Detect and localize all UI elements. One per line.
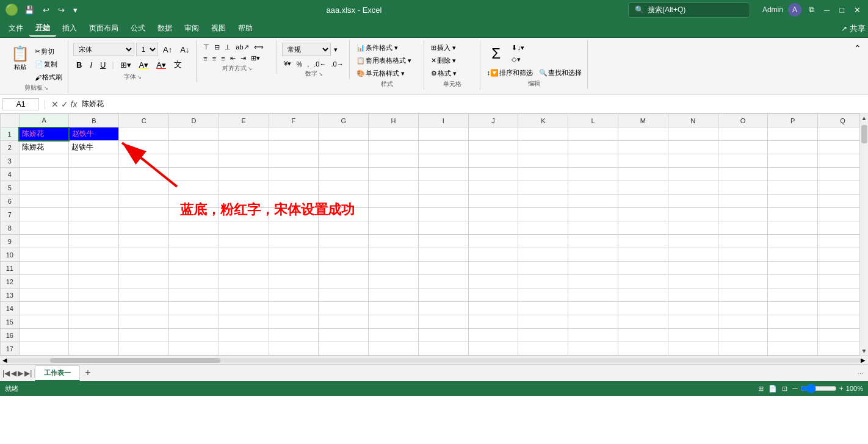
cell-N7[interactable]	[668, 208, 718, 221]
cell-M15[interactable]	[618, 315, 668, 329]
cell-A3[interactable]	[19, 154, 69, 168]
cell-B7[interactable]	[69, 208, 119, 221]
col-header-O[interactable]: O	[718, 114, 768, 127]
zoom-level[interactable]: 100%	[846, 385, 863, 392]
cell-K8[interactable]	[518, 221, 568, 235]
col-header-M[interactable]: M	[618, 114, 668, 127]
cell-H16[interactable]	[369, 329, 419, 342]
cell-P17[interactable]	[768, 342, 818, 356]
corner-cell[interactable]	[1, 114, 20, 127]
cell-G15[interactable]	[319, 315, 369, 329]
cell-I10[interactable]	[418, 248, 468, 262]
cell-J17[interactable]	[468, 342, 518, 356]
cell-B9[interactable]	[69, 235, 119, 248]
cell-H3[interactable]	[369, 154, 419, 168]
cell-P3[interactable]	[768, 154, 818, 168]
cell-C15[interactable]	[119, 315, 169, 329]
cell-G9[interactable]	[319, 235, 369, 248]
align-middle-button[interactable]: ⊟	[212, 43, 222, 52]
cell-N1[interactable]	[668, 127, 718, 141]
cell-L8[interactable]	[568, 221, 618, 235]
row-num-15[interactable]: 15	[1, 315, 20, 329]
cell-O10[interactable]	[718, 248, 768, 262]
col-header-I[interactable]: I	[418, 114, 468, 127]
cell-O4[interactable]	[718, 168, 768, 181]
cell-I1[interactable]	[418, 127, 468, 141]
clear-button[interactable]: ◇▾	[510, 55, 527, 64]
cell-D15[interactable]	[169, 315, 219, 329]
zoom-out-button[interactable]: ─	[792, 384, 798, 393]
row-num-4[interactable]: 4	[1, 168, 20, 181]
cell-H17[interactable]	[369, 342, 419, 356]
cell-B4[interactable]	[69, 168, 119, 181]
cell-N16[interactable]	[668, 329, 718, 342]
cell-reference-input[interactable]	[2, 98, 39, 110]
cell-L9[interactable]	[568, 235, 618, 248]
cell-B10[interactable]	[69, 248, 119, 262]
row-num-14[interactable]: 14	[1, 302, 20, 315]
add-sheet-button[interactable]: +	[81, 367, 94, 378]
cell-G6[interactable]	[319, 195, 369, 208]
cell-M14[interactable]	[618, 302, 668, 315]
search-box[interactable]: 🔍 搜索(Alt+Q)	[628, 2, 750, 18]
row-num-11[interactable]: 11	[1, 262, 20, 275]
cell-L1[interactable]	[568, 127, 618, 141]
cell-J15[interactable]	[468, 315, 518, 329]
cell-A15[interactable]	[19, 315, 69, 329]
scroll-thumb[interactable]	[861, 125, 867, 143]
scroll-thumb-h[interactable]	[50, 358, 221, 363]
font-color-button[interactable]: A▾	[153, 59, 169, 71]
menu-help[interactable]: 帮助	[232, 21, 259, 36]
cell-N12[interactable]	[668, 275, 718, 288]
cell-J16[interactable]	[468, 329, 518, 342]
menu-layout[interactable]: 页面布局	[83, 21, 125, 36]
wrap-text-button[interactable]: ⟺	[252, 43, 266, 52]
cell-D5[interactable]	[169, 181, 219, 195]
cell-B16[interactable]	[69, 329, 119, 342]
merge-center-button[interactable]: ⊞▾	[249, 54, 262, 63]
menu-review[interactable]: 审阅	[178, 21, 205, 36]
share-button[interactable]: 共享	[850, 23, 866, 34]
cell-L3[interactable]	[568, 154, 618, 168]
cell-H5[interactable]	[369, 181, 419, 195]
sort-filter-button[interactable]: ↕🔽 排序和筛选	[485, 68, 535, 78]
cell-G12[interactable]	[319, 275, 369, 288]
row-num-10[interactable]: 10	[1, 248, 20, 262]
sheet-scroll-last[interactable]: ▶|	[24, 369, 32, 378]
row-num-12[interactable]: 12	[1, 275, 20, 288]
cell-G16[interactable]	[319, 329, 369, 342]
cell-L11[interactable]	[568, 262, 618, 275]
underline-button[interactable]: U	[97, 59, 109, 71]
cell-L15[interactable]	[568, 315, 618, 329]
cell-F17[interactable]	[269, 342, 319, 356]
cell-B12[interactable]	[69, 275, 119, 288]
cell-H10[interactable]	[369, 248, 419, 262]
cell-D16[interactable]	[169, 329, 219, 342]
cell-G5[interactable]	[319, 181, 369, 195]
sum-button[interactable]: Σ	[485, 43, 507, 65]
cell-N4[interactable]	[668, 168, 718, 181]
cell-E1[interactable]	[219, 127, 269, 141]
cell-D9[interactable]	[169, 235, 219, 248]
cell-C11[interactable]	[119, 262, 169, 275]
cell-F7[interactable]	[269, 208, 319, 221]
cell-I5[interactable]	[418, 181, 468, 195]
cell-I3[interactable]	[418, 154, 468, 168]
cell-P6[interactable]	[768, 195, 818, 208]
cell-O2[interactable]	[718, 141, 768, 154]
number-format-dropdown[interactable]: ▾	[332, 45, 339, 54]
cell-F1[interactable]	[269, 127, 319, 141]
cell-J12[interactable]	[468, 275, 518, 288]
cell-N9[interactable]	[668, 235, 718, 248]
cell-L6[interactable]	[568, 195, 618, 208]
cell-C14[interactable]	[119, 302, 169, 315]
align-right-button[interactable]: ≡	[219, 54, 226, 63]
cell-H8[interactable]	[369, 221, 419, 235]
cell-N3[interactable]	[668, 154, 718, 168]
redo-button[interactable]: ↪	[56, 4, 67, 16]
cell-B1[interactable]: 赵铁牛	[69, 127, 119, 141]
cell-M17[interactable]	[618, 342, 668, 356]
cell-I7[interactable]	[418, 208, 468, 221]
cell-O14[interactable]	[718, 302, 768, 315]
cell-K15[interactable]	[518, 315, 568, 329]
